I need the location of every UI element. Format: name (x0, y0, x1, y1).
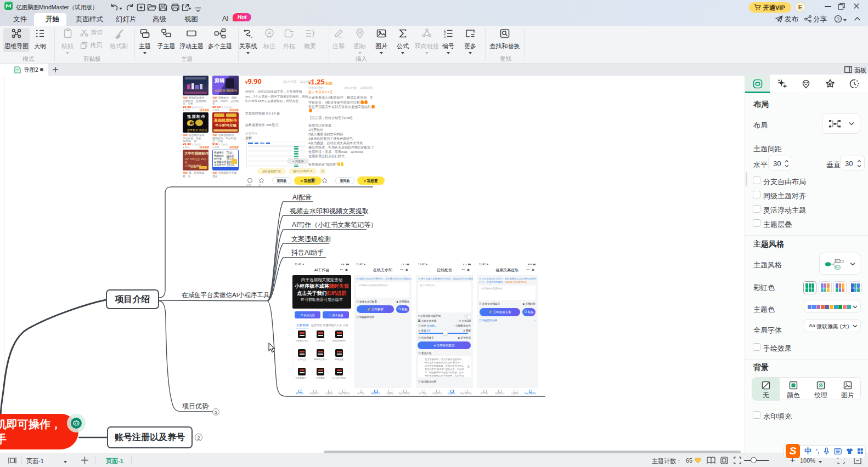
svg-text:?: ? (837, 16, 839, 22)
svg-text:3: 3 (444, 35, 446, 38)
